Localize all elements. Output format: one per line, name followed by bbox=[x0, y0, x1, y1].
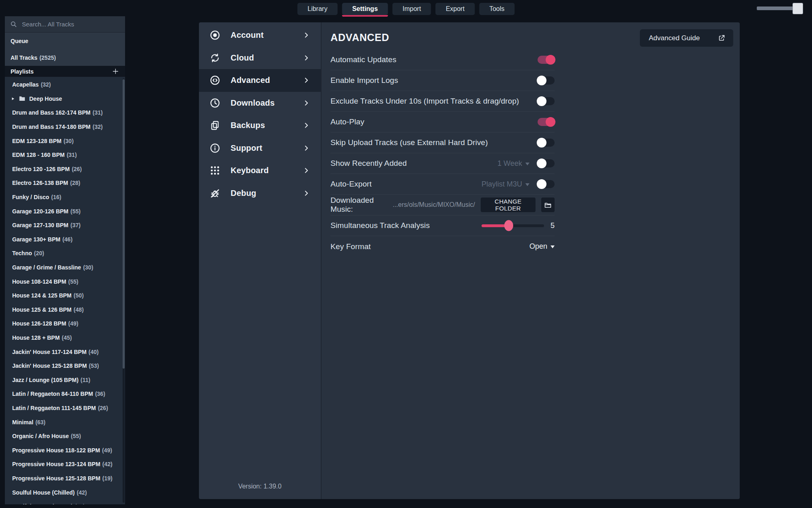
library-section: Queue All Tracks (2525) bbox=[5, 33, 125, 66]
playlist-item-techno[interactable]: Techno(20) bbox=[5, 246, 125, 261]
setting-label: Simultaneous Track Analysis bbox=[330, 221, 430, 230]
top-tab-bar: LibrarySettingsImportExportTools bbox=[298, 3, 515, 15]
toggle-switch[interactable] bbox=[538, 56, 555, 64]
tab-import[interactable]: Import bbox=[393, 3, 431, 15]
setting-row-downloaded-music: Downloaded Music:...ers/ols/Music/MIXO/M… bbox=[330, 195, 555, 215]
caret-down-icon bbox=[525, 183, 529, 186]
tab-library[interactable]: Library bbox=[298, 3, 338, 15]
playlist-name: Progressive House 125-128 BPM bbox=[12, 475, 100, 482]
playlist-item-progressive-house-118-122-bpm[interactable]: Progressive House 118-122 BPM(49) bbox=[5, 443, 125, 457]
playlist-item-latin-reggaeton-84-110-bpm[interactable]: Latin / Reggaeton 84-110 BPM(36) bbox=[5, 387, 125, 401]
chevron-right-icon bbox=[302, 167, 310, 174]
chevron-right-icon bbox=[302, 54, 310, 62]
playlist-item-garage-120-126-bpm[interactable]: Garage 120-126 BPM(55) bbox=[5, 204, 125, 218]
add-playlist-button[interactable] bbox=[112, 67, 119, 75]
playlist-scrollbar-thumb[interactable] bbox=[123, 79, 125, 369]
playlist-item-drum-and-bass-174-180-bpm[interactable]: Drum and Bass 174-180 BPM(32) bbox=[5, 120, 125, 134]
toggle-switch[interactable] bbox=[538, 139, 555, 147]
setting-label: Auto-Play bbox=[330, 117, 364, 126]
slider-knob[interactable] bbox=[504, 220, 513, 231]
search-input[interactable] bbox=[21, 20, 120, 28]
playlist-name: Acapellas bbox=[12, 81, 39, 88]
settings-nav-item-support[interactable]: Support bbox=[199, 137, 321, 160]
toggle-switch[interactable] bbox=[538, 97, 555, 105]
playlist-item-garage-130-bpm[interactable]: Garage 130+ BPM(46) bbox=[5, 232, 125, 247]
tab-export[interactable]: Export bbox=[436, 3, 475, 15]
chevron-right-icon bbox=[302, 99, 310, 107]
expand-triangle-icon[interactable] bbox=[11, 97, 15, 101]
tab-tools[interactable]: Tools bbox=[479, 3, 514, 15]
support-info-icon bbox=[209, 143, 220, 154]
settings-nav-label: Account bbox=[231, 30, 263, 40]
playlist-item-edm-123-128-bpm[interactable]: EDM 123-128 BPM(30) bbox=[5, 134, 125, 148]
playlist-count: (31) bbox=[93, 109, 103, 116]
dropdown-select[interactable]: 1 Week bbox=[497, 159, 529, 168]
setting-label: Show Recently Added bbox=[330, 159, 407, 168]
chevron-right-icon bbox=[302, 144, 310, 152]
playlist-item-acapellas[interactable]: Acapellas(32) bbox=[5, 78, 125, 92]
playlist-name: House 126-128 BPM bbox=[12, 320, 66, 327]
settings-nav-item-keyboard[interactable]: Keyboard bbox=[199, 159, 321, 182]
playlist-item-house-124-125-bpm[interactable]: House 124 & 125 BPM(50) bbox=[5, 289, 125, 303]
settings-nav-label: Backups bbox=[231, 121, 265, 130]
playlist-item-soulful-house-chilled[interactable]: Soulful House (Chilled)(42) bbox=[5, 485, 125, 499]
settings-nav-item-account[interactable]: Account bbox=[199, 24, 321, 47]
playlist-item-progressive-house-125-128-bpm[interactable]: Progressive House 125-128 BPM(19) bbox=[5, 471, 125, 486]
setting-label: Key Format bbox=[330, 242, 371, 251]
playlist-item-minimal[interactable]: Minimal(63) bbox=[5, 415, 125, 429]
settings-nav-label: Cloud bbox=[231, 53, 254, 63]
playlist-item-drum-and-bass-162-174-bpm[interactable]: Drum and Bass 162-174 BPM(31) bbox=[5, 106, 125, 120]
playlist-item-latin-reggaeton-111-145-bpm[interactable]: Latin / Reggaeton 111-145 BPM(26) bbox=[5, 401, 125, 415]
playlist-folder-deep-house[interactable]: Deep House bbox=[5, 92, 125, 106]
playlist-item-house-128-bpm[interactable]: House 128 + BPM(45) bbox=[5, 331, 125, 345]
playlist-item-jackin-house-117-124-bpm[interactable]: Jackin' House 117-124 BPM(40) bbox=[5, 345, 125, 359]
zoom-slider-handle[interactable] bbox=[793, 3, 803, 14]
playlist-name: Jackin' House 125-128 BPM bbox=[12, 363, 87, 369]
playlist-count: (37) bbox=[71, 222, 81, 228]
toggle-knob bbox=[537, 76, 546, 85]
playlist-item-edm-128-160-bpm[interactable]: EDM 128 - 160 BPM(31) bbox=[5, 148, 125, 162]
playlist-item-house-125-126-bpm[interactable]: House 125 & 126 BPM(48) bbox=[5, 303, 125, 317]
advanced-guide-label: Advanced Guide bbox=[649, 34, 700, 42]
toggle-switch[interactable] bbox=[538, 180, 555, 188]
settings-nav-item-cloud[interactable]: Cloud bbox=[199, 47, 321, 69]
settings-nav-item-advanced[interactable]: Advanced bbox=[199, 69, 321, 92]
playlist-item-house-108-124-bpm[interactable]: House 108-124 BPM(55) bbox=[5, 274, 125, 289]
tab-settings[interactable]: Settings bbox=[342, 3, 388, 15]
playlist-item-jazz-lounge-105-bpm[interactable]: Jazz / Lounge (105 BPM)(11) bbox=[5, 373, 125, 387]
playlist-name: Drum and Bass 174-180 BPM bbox=[12, 124, 91, 130]
change-folder-button[interactable]: CHANGE FOLDER bbox=[481, 198, 536, 212]
toggle-switch[interactable] bbox=[538, 76, 555, 85]
sidebar-item-all-tracks[interactable]: All Tracks (2525) bbox=[5, 49, 125, 66]
playlist-name: Drum and Bass 162-174 BPM bbox=[12, 109, 91, 116]
setting-controls: Playlist M3U bbox=[482, 180, 555, 189]
toggle-switch[interactable] bbox=[538, 118, 555, 126]
playlist-count: (45) bbox=[62, 334, 72, 341]
sidebar-item-queue[interactable]: Queue bbox=[5, 33, 125, 49]
playlist-name: Electro 126-138 BPM bbox=[12, 180, 68, 186]
playlist-item-house-126-128-bpm[interactable]: House 126-128 BPM(49) bbox=[5, 317, 125, 331]
setting-controls bbox=[538, 76, 555, 85]
playlist-item-progressive-house-123-124-bpm[interactable]: Progressive House 123-124 BPM(42) bbox=[5, 457, 125, 471]
settings-nav-item-downloads[interactable]: Downloads bbox=[199, 92, 321, 115]
zoom-slider[interactable] bbox=[757, 7, 801, 10]
settings-nav-item-backups[interactable]: Backups bbox=[199, 114, 321, 137]
folder-icon bbox=[18, 95, 26, 102]
track-analysis-slider[interactable] bbox=[482, 224, 544, 227]
dropdown-select[interactable]: Open bbox=[529, 242, 555, 251]
settings-nav-item-debug[interactable]: Debug bbox=[199, 182, 321, 205]
playlist-item-garage-127-130-bpm[interactable]: Garage 127-130 BPM(37) bbox=[5, 218, 125, 232]
playlist-item-soulful-house-dance[interactable]: Soulful House (Dance)(33) bbox=[5, 499, 125, 504]
toggle-switch[interactable] bbox=[538, 159, 555, 167]
playlist-item-electro-126-138-bpm[interactable]: Electro 126-138 BPM(28) bbox=[5, 176, 125, 190]
dropdown-select[interactable]: Playlist M3U bbox=[482, 180, 529, 189]
open-folder-button[interactable] bbox=[541, 198, 555, 212]
playlist-name: Techno bbox=[12, 250, 32, 256]
playlist-item-garage-grime-bassline[interactable]: Garage / Grime / Bassline(30) bbox=[5, 261, 125, 275]
toggle-knob bbox=[537, 96, 546, 106]
advanced-guide-button[interactable]: Advanced Guide bbox=[640, 29, 733, 47]
playlist-item-electro-120-126-bpm[interactable]: Electro 120 -126 BPM(26) bbox=[5, 162, 125, 176]
playlist-item-funky-disco[interactable]: Funky / Disco(16) bbox=[5, 190, 125, 204]
playlist-item-organic-afro-house[interactable]: Organic / Afro House(55) bbox=[5, 429, 125, 443]
playlist-item-jackin-house-125-128-bpm[interactable]: Jackin' House 125-128 BPM(53) bbox=[5, 359, 125, 373]
